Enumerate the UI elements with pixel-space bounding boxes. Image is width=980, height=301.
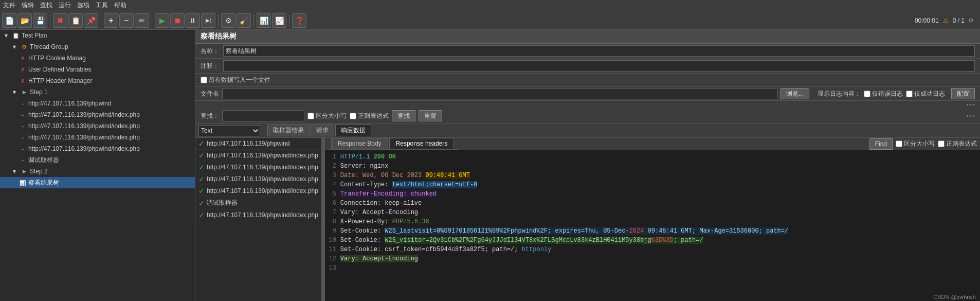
error-log-checkbox[interactable] <box>864 91 870 97</box>
case-sensitive-checkbox[interactable] <box>307 113 314 119</box>
all-data-label[interactable]: 所有数据写入一个文件 <box>201 76 270 84</box>
list-item-4[interactable]: ✓ http://47.107.116.139/phpwind/index.ph… <box>195 173 321 185</box>
settings-button[interactable]: ⚙ <box>221 13 235 28</box>
url-label: http://47.107.116.139/phpwind/index.php <box>207 175 318 183</box>
code-line-1: 1 HTTP/1.1 200 OK <box>325 152 980 162</box>
file-label: 文件名 <box>201 90 219 98</box>
list-item-2[interactable]: ✓ http://47.107.116.139/phpwind/index.ph… <box>195 150 321 162</box>
new-button[interactable]: 📄 <box>2 13 16 28</box>
add-button[interactable]: + <box>104 13 118 28</box>
expand-icon: ▼ <box>2 31 10 40</box>
tree-item-vars[interactable]: ✗ User Defined Variables <box>0 64 195 75</box>
copy-button[interactable]: 📋 <box>68 13 83 28</box>
code-line-4: 4 Content-Type: text/html;charset=utf-8 <box>325 180 980 189</box>
tree-item-req3[interactable]: → http://47.107.116.139/phpwind/index.ph… <box>0 120 195 132</box>
case-sensitive-label[interactable]: 区分大小写 <box>307 112 347 120</box>
menu-help[interactable]: 帮助 <box>114 1 126 10</box>
broom-button[interactable]: 🧹 <box>237 13 251 28</box>
pause-button[interactable]: ⏸ <box>186 13 200 28</box>
line-num: 9 <box>325 226 340 236</box>
step-button[interactable]: ▶| <box>201 13 215 28</box>
list-item-6[interactable]: ✓ http://47.107.116.139/phpwind/index.ph… <box>195 209 321 221</box>
name-row: 名称： <box>195 44 980 59</box>
name-input[interactable] <box>223 45 975 57</box>
line-content: Set-Cookie: csrf_token=cfb5944c8f3a82f5;… <box>340 245 551 254</box>
success-log-checkbox[interactable] <box>906 91 913 97</box>
minus-button[interactable]: − <box>119 13 134 28</box>
tab-response-headers[interactable]: Response headers <box>389 138 455 149</box>
error-log-label[interactable]: 仅错误日志 <box>864 90 903 98</box>
list-item-5[interactable]: ✓ http://47.107.116.139/phpwind/index.ph… <box>195 185 321 197</box>
list-item-debug[interactable]: ✓ 调试取样器 <box>195 197 321 209</box>
response-header-bar: Response Body Response headers Find 区分大小… <box>325 138 980 150</box>
tree-item-header[interactable]: ✗ HTTP Header Manager <box>0 75 195 86</box>
find-case-checkbox[interactable] <box>896 140 902 147</box>
list-item-1[interactable]: ✓ http://47.107.116.139/phpwind <box>195 138 321 150</box>
tab-request[interactable]: 请求 <box>311 125 334 136</box>
config-button[interactable]: 配置 <box>951 88 975 99</box>
tree-item-step2[interactable]: ▼ ▶ Step 2 <box>0 166 195 177</box>
chart-button[interactable]: 📈 <box>272 13 286 28</box>
tree-label: 察看结果树 <box>28 179 59 187</box>
tree-item-step1[interactable]: ▼ ▶ Step 1 <box>0 86 195 98</box>
menu-tools[interactable]: 工具 <box>96 1 108 10</box>
reset-button[interactable]: 重置 <box>419 110 442 121</box>
tree-item-req2[interactable]: → http://47.107.116.139/phpwind/index.ph… <box>0 109 195 120</box>
stop-button[interactable]: ⏹ <box>170 13 185 28</box>
line-content: Connection: keep-alive <box>340 199 422 208</box>
tree-label: User Defined Variables <box>28 66 92 73</box>
expand-icon: ▼ <box>10 88 19 96</box>
browse-button[interactable]: 浏览... <box>781 88 809 99</box>
success-log-label[interactable]: 仅成功日志 <box>906 90 945 98</box>
all-data-checkbox[interactable] <box>201 77 207 83</box>
url-label: http://47.107.116.139/phpwind <box>207 140 289 147</box>
regex-label[interactable]: 正则表达式 <box>350 112 389 120</box>
find-button[interactable]: Find <box>869 138 893 150</box>
tree-item-test-plan[interactable]: ▼ 📋 Test Plan <box>0 30 195 41</box>
menu-options[interactable]: 选项 <box>77 1 89 10</box>
result-type-select[interactable]: Text HTML JSON XML RegExp Tester <box>198 125 260 136</box>
start-button[interactable]: ▶ <box>155 13 169 28</box>
save-button[interactable]: 💾 <box>33 13 47 28</box>
tree-item-req5[interactable]: → http://47.107.116.139/phpwind/index.ph… <box>0 143 195 154</box>
tree-item-debug[interactable]: → 调试取样器 <box>0 154 195 166</box>
search-input[interactable] <box>222 110 304 121</box>
delete-button[interactable]: ✖ <box>53 13 67 28</box>
help-button[interactable]: ❓ <box>292 13 306 28</box>
list-item-3[interactable]: ✓ http://47.107.116.139/phpwind/index.ph… <box>195 162 321 173</box>
line-num: 2 <box>325 162 340 171</box>
check-icon: ✓ <box>198 163 205 171</box>
menu-file[interactable]: 文件 <box>3 1 15 10</box>
regex-checkbox[interactable] <box>350 113 356 119</box>
comment-input[interactable] <box>223 60 975 72</box>
tree-item-req4[interactable]: → http://47.107.116.139/phpwind/index.ph… <box>0 132 195 143</box>
tree-item-req1[interactable]: → http://47.107.116.139/phpwind <box>0 98 195 109</box>
menu-edit[interactable]: 编辑 <box>22 1 34 10</box>
tab-response-data[interactable]: 响应数据 <box>335 125 371 136</box>
search-button[interactable]: 查找 <box>392 110 415 121</box>
tree-label: Step 2 <box>30 168 48 175</box>
monitor-button[interactable]: 📊 <box>257 13 271 28</box>
file-input[interactable] <box>222 88 777 99</box>
edit-button[interactable]: ✏ <box>135 13 149 28</box>
tree-item-cookie[interactable]: ✗ HTTP Cookie Manag <box>0 52 195 64</box>
find-case-label[interactable]: 区分大小写 <box>896 139 935 148</box>
tab-response-body[interactable]: Response Body <box>331 138 388 149</box>
find-regex-checkbox[interactable] <box>938 140 945 147</box>
code-line-7: 7 Vary: Accept-Encoding <box>325 208 980 217</box>
find-regex-label[interactable]: 正则表达式 <box>938 139 977 148</box>
code-line-10: 10 Set-Cookie: W2S_visitor=2Qv31Cb%2F%2F… <box>325 236 980 245</box>
separator-3 <box>152 14 152 27</box>
tree-item-thread-group[interactable]: ▼ ⚙ Thread Group <box>0 41 195 52</box>
tree-item-result-tree[interactable]: 📊 察看结果树 <box>0 177 195 188</box>
tab-sampler-result[interactable]: 取样器结果 <box>267 125 310 136</box>
menu-run[interactable]: 运行 <box>59 1 71 10</box>
paste-button[interactable]: 📌 <box>84 13 98 28</box>
header-icon: ✗ <box>19 77 27 85</box>
search-label: 查找： <box>201 112 219 120</box>
open-button[interactable]: 📂 <box>17 13 32 28</box>
code-line-3: 3 Date: Wed, 06 Dec 2023 09:48:41 GMT <box>325 171 980 180</box>
menu-search[interactable]: 查找 <box>40 1 52 10</box>
check-icon: ✓ <box>198 139 205 148</box>
code-line-13: 13 <box>325 263 980 273</box>
